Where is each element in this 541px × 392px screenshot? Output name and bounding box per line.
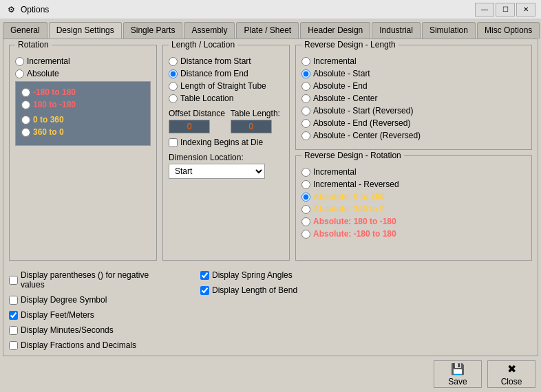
indexing-label[interactable]: Indexing Begins at Die	[180, 138, 263, 147]
rev-len-abs-start-radio[interactable]	[301, 69, 310, 78]
rev-rot-inc-rev-label[interactable]: Incremental - Reversed	[313, 179, 399, 189]
rotation-360-0-radio[interactable]	[21, 128, 30, 137]
length-table-label[interactable]: Table Location	[180, 94, 233, 103]
rev-len-abs-end-radio[interactable]	[301, 82, 310, 91]
close-button[interactable]: ✕	[516, 3, 535, 17]
tab-assembly[interactable]: Assembly	[184, 22, 235, 39]
rev-len-abs-center-label[interactable]: Absolute - Center	[313, 94, 377, 103]
tab-simulation[interactable]: Simulation	[422, 22, 476, 39]
indexing-row: Indexing Begins at Die	[169, 138, 284, 147]
reverse-length-group: Reverse Design - Length Incremental Abso…	[295, 45, 532, 150]
minimize-button[interactable]: —	[475, 3, 494, 17]
rotation-0-360-radio[interactable]	[21, 116, 30, 124]
close-label: Close	[501, 377, 522, 386]
tab-plate-sheet[interactable]: Plate / Sheet	[236, 22, 299, 39]
offset-input[interactable]: 0	[169, 120, 210, 133]
reverse-rotation-title: Reverse Design - Rotation	[301, 151, 404, 160]
title-bar: ⚙ Options — ☐ ✕	[0, 0, 541, 19]
rev-len-abs-center-rev-radio[interactable]	[301, 131, 310, 140]
length-table-row: Table Location	[169, 94, 284, 103]
length-straight-label[interactable]: Length of Straight Tube	[180, 81, 266, 91]
parens-label[interactable]: Display parentheses () for negative valu…	[21, 270, 167, 290]
minutes-checkbox[interactable]	[9, 326, 18, 335]
tab-misc-options[interactable]: Misc Options	[477, 22, 540, 39]
rotation-incremental-radio[interactable]	[15, 57, 24, 66]
rev-rot-incremental-label[interactable]: Incremental	[313, 167, 357, 177]
minutes-row: Display Minutes/Seconds	[9, 325, 167, 335]
length-table-radio[interactable]	[169, 94, 178, 103]
checkboxes-area: Display parentheses () for negative valu…	[9, 266, 167, 350]
rev-rot-abs-360-0-radio[interactable]	[301, 205, 310, 214]
rev-rot-abs-360-0-row: Absolute: 360 to 0	[301, 204, 526, 214]
length-dist-end-radio[interactable]	[169, 69, 178, 78]
maximize-button[interactable]: ☐	[496, 3, 515, 17]
length-dist-start-label[interactable]: Distance from Start	[180, 56, 251, 66]
rev-rot-inc-rev-radio[interactable]	[301, 180, 310, 189]
rev-rot-abs-180-neg-row: Absolute: 180 to -180	[301, 217, 526, 226]
close-button[interactable]: ✖ Close	[487, 360, 535, 388]
fractions-checkbox[interactable]	[9, 341, 18, 350]
feet-label[interactable]: Display Feet/Meters	[21, 310, 94, 320]
rev-len-incremental-radio[interactable]	[301, 57, 310, 66]
bend-label[interactable]: Display Length of Bend	[212, 285, 297, 295]
degree-label[interactable]: Display Degree Symbol	[21, 295, 107, 305]
save-button[interactable]: 💾 Save	[434, 360, 482, 388]
rev-len-abs-start-label[interactable]: Absolute - Start	[313, 69, 370, 78]
spring-checkbox[interactable]	[200, 271, 209, 280]
rev-rot-abs-360-0-label[interactable]: Absolute: 360 to 0	[313, 204, 384, 214]
length-dist-end-label[interactable]: Distance from End	[180, 69, 248, 78]
feet-checkbox[interactable]	[9, 311, 18, 320]
rev-len-abs-end-rev-row: Absolute - End (Reversed)	[301, 118, 526, 128]
rev-len-abs-center-radio[interactable]	[301, 94, 310, 103]
rev-rot-abs-neg180-label[interactable]: Absolute: -180 to 180	[313, 229, 396, 239]
length-dist-start-radio[interactable]	[169, 57, 178, 66]
rev-len-abs-center-rev-label[interactable]: Absolute - Center (Reversed)	[313, 131, 421, 140]
rev-rot-incremental-radio[interactable]	[301, 168, 310, 177]
rev-len-abs-start-row: Absolute - Start	[301, 69, 526, 78]
rev-rot-abs-180-neg-label[interactable]: Absolute: 180 to -180	[313, 217, 396, 226]
minutes-label[interactable]: Display Minutes/Seconds	[21, 325, 114, 335]
rev-rot-inc-row: Incremental	[301, 167, 526, 177]
bend-checkbox[interactable]	[200, 286, 209, 295]
offset-label: Offset Distance	[169, 109, 225, 118]
rev-rot-abs-0-360-label[interactable]: Absolute: 0 to 360	[313, 192, 384, 202]
length-straight-radio[interactable]	[169, 82, 178, 91]
rotation-neg180-radio[interactable]	[21, 88, 30, 97]
table-length-label: Table Length:	[231, 109, 280, 118]
tab-industrial[interactable]: Industrial	[372, 22, 421, 39]
tab-single-parts[interactable]: Single Parts	[123, 22, 183, 39]
rev-len-abs-start-rev-radio[interactable]	[301, 107, 310, 116]
fractions-label[interactable]: Display Fractions and Decimals	[21, 340, 136, 350]
dim-loc-label: Dimension Location:	[169, 153, 284, 162]
rotation-180neg-label[interactable]: 180 to -180	[33, 100, 76, 109]
rev-len-incremental-label[interactable]: Incremental	[313, 56, 357, 66]
tab-general[interactable]: General	[3, 22, 47, 39]
rotation-absolute-label[interactable]: Absolute	[27, 69, 59, 78]
rev-len-abs-end-rev-radio[interactable]	[301, 119, 310, 128]
rotation-incremental-label[interactable]: Incremental	[27, 56, 70, 66]
dim-loc-select[interactable]: Start End Middle	[169, 164, 265, 179]
spring-label[interactable]: Display Spring Angles	[212, 270, 293, 280]
window-body: General Design Settings Single Parts Ass…	[0, 19, 541, 392]
parens-checkbox[interactable]	[9, 276, 18, 285]
table-length-input[interactable]: 0	[231, 120, 272, 133]
degree-checkbox[interactable]	[9, 296, 18, 305]
table-length-col: Table Length: 0	[231, 109, 280, 133]
rev-len-abs-start-rev-label[interactable]: Absolute - Start (Reversed)	[313, 106, 413, 116]
tab-header-design[interactable]: Header Design	[300, 22, 370, 39]
rotation-absolute-radio[interactable]	[15, 69, 24, 78]
rev-len-inc-row: Incremental	[301, 56, 526, 66]
length-group: Length / Location Distance from Start Di…	[162, 45, 290, 261]
indexing-checkbox[interactable]	[169, 138, 178, 147]
rotation-neg180-label[interactable]: -180 to 180	[33, 87, 76, 97]
rotation-0-360-label[interactable]: 0 to 360	[33, 115, 64, 124]
tab-design-settings[interactable]: Design Settings	[49, 22, 122, 39]
rev-len-abs-end-rev-label[interactable]: Absolute - End (Reversed)	[313, 118, 410, 128]
rotation-180neg-radio[interactable]	[21, 100, 30, 109]
rev-rot-abs-0-360-radio[interactable]	[301, 193, 310, 202]
bottom-row: Display parentheses () for negative valu…	[9, 266, 532, 350]
rotation-360-0-label[interactable]: 360 to 0	[33, 127, 64, 137]
rev-len-abs-end-label[interactable]: Absolute - End	[313, 81, 368, 91]
rev-rot-abs-180-neg-radio[interactable]	[301, 217, 310, 226]
rev-rot-abs-neg180-radio[interactable]	[301, 230, 310, 239]
